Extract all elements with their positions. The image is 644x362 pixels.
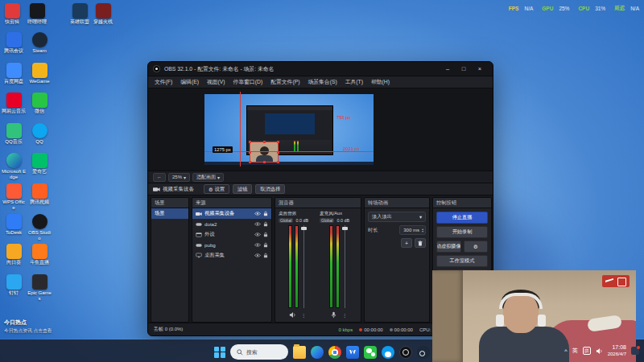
desktop-icon[interactable]: 腾讯视频 xyxy=(27,183,52,205)
menu-item-file[interactable]: 文件(F) xyxy=(151,78,176,86)
taskbar-icon-wegame[interactable] xyxy=(346,346,359,359)
virtual-camera-button[interactable]: 启动虚拟摄像机 xyxy=(436,241,461,253)
selection-handle[interactable] xyxy=(263,141,266,143)
speaker-icon[interactable] xyxy=(289,311,296,319)
source-row[interactable]: 外设 xyxy=(192,229,271,240)
deselect-button[interactable]: 取消选择 xyxy=(255,184,285,194)
desktop-icon[interactable]: WeGame xyxy=(27,63,52,84)
tray-chevron-icon[interactable]: ^ xyxy=(564,348,567,354)
visibility-eye-icon[interactable] xyxy=(254,212,261,216)
channel-menu-icon[interactable]: ⋮ xyxy=(301,312,306,318)
close-button[interactable]: × xyxy=(472,62,488,76)
lock-icon[interactable] xyxy=(263,232,268,237)
menu-item-edit[interactable]: 编辑(E) xyxy=(176,78,203,86)
language-indicator[interactable]: 英 xyxy=(572,347,578,355)
taskbar-clock[interactable]: 17:08 2026/4/7 xyxy=(608,344,626,357)
source-row[interactable]: dota2 xyxy=(192,219,271,229)
source-properties-button[interactable]: ⚙ 设置 xyxy=(204,184,229,194)
visibility-eye-icon[interactable] xyxy=(254,253,261,257)
start-button[interactable] xyxy=(214,347,225,358)
desktop-icon[interactable]: Epic Games xyxy=(27,274,52,302)
speaker-icon[interactable] xyxy=(596,348,603,355)
back-arrow-button[interactable]: ← xyxy=(153,173,166,182)
preview-nested-meter xyxy=(294,141,295,152)
notification-center-button[interactable] xyxy=(631,347,639,355)
source-row[interactable]: pubg xyxy=(192,240,271,250)
desktop-icon[interactable]: 快剪辑 xyxy=(0,3,24,25)
desktop-icon[interactable]: QQ xyxy=(27,123,52,145)
fit-canvas-select[interactable]: 适配画面 ▾ xyxy=(192,173,224,182)
desktop-icon[interactable]: 斗鱼直播 xyxy=(27,244,52,265)
desktop-icon[interactable]: 哔哩哔哩 xyxy=(25,3,49,25)
menu-item-profile[interactable]: 配置文件(P) xyxy=(266,78,303,86)
ime-mode-indicator[interactable]: 拼 xyxy=(583,347,591,355)
start-recording-button[interactable]: 开始录制 xyxy=(436,226,488,238)
menu-item-help[interactable]: 帮助(H) xyxy=(367,78,394,86)
lock-icon[interactable] xyxy=(263,242,268,248)
stop-streaming-button[interactable]: 停止直播 xyxy=(436,212,488,224)
scene-list-item[interactable]: 场景 xyxy=(151,208,188,219)
selection-handle[interactable] xyxy=(277,161,279,163)
menu-item-docks[interactable]: 停靠窗口(D) xyxy=(229,78,267,86)
desktop-icon[interactable]: 腾讯会议 xyxy=(2,32,26,54)
taskbar-search[interactable]: 搜索 xyxy=(230,344,288,360)
source-row[interactable]: 视频采集设备 xyxy=(192,208,271,219)
desktop-icon[interactable]: QQ音乐 xyxy=(2,123,26,145)
menu-item-view[interactable]: 视图(V) xyxy=(203,78,229,86)
duration-spinner[interactable]: 300 ms ▴▾ xyxy=(399,225,426,235)
remove-transition-button[interactable] xyxy=(415,238,426,248)
lock-icon[interactable] xyxy=(263,253,268,258)
news-popup[interactable]: 今日热点 今日热点资讯 点击查看 xyxy=(4,319,52,335)
visibility-eye-icon[interactable] xyxy=(254,243,261,247)
desktop-icon[interactable]: 向日葵 xyxy=(2,244,26,265)
selection-handle[interactable] xyxy=(249,141,251,143)
menu-item-tools[interactable]: 工具(T) xyxy=(341,78,367,86)
channel-menu-icon[interactable]: ⋮ xyxy=(342,312,347,318)
taskbar-icon-browser[interactable] xyxy=(328,346,341,359)
taskbar-icon-file-explorer[interactable] xyxy=(293,346,306,359)
volume-slider[interactable] xyxy=(301,225,307,308)
source-row[interactable]: 桌面采集 xyxy=(192,250,271,261)
selected-source-webcam[interactable] xyxy=(250,142,279,162)
virtual-camera-settings-button[interactable]: ⚙ xyxy=(464,241,489,253)
desktop-icon[interactable]: Steam xyxy=(27,32,52,54)
selection-handle[interactable] xyxy=(263,161,266,163)
add-transition-button[interactable]: + xyxy=(401,238,412,248)
visibility-eye-icon[interactable] xyxy=(254,222,261,226)
zoom-select[interactable]: 25% ▾ xyxy=(168,173,190,182)
transition-select[interactable]: 淡入淡出▾ xyxy=(368,212,426,222)
taskbar-icon-steam[interactable] xyxy=(417,346,430,359)
maximize-button[interactable]: □ xyxy=(456,62,472,76)
visibility-eye-icon[interactable] xyxy=(254,232,261,237)
lock-icon[interactable] xyxy=(263,211,268,216)
lock-icon[interactable] xyxy=(263,221,268,227)
desktop-icon[interactable]: 穿越火线 xyxy=(91,3,115,25)
minimize-button[interactable]: – xyxy=(440,62,456,76)
source-filters-button[interactable]: 滤镜 xyxy=(233,184,252,194)
studio-mode-button[interactable]: 工作室模式 xyxy=(436,255,488,267)
dimension-height-label: 756 px xyxy=(336,115,350,120)
mic-icon[interactable] xyxy=(330,311,337,319)
taskbar-icon-qq[interactable] xyxy=(382,346,394,359)
selection-handle[interactable] xyxy=(277,141,279,143)
desktop-icon[interactable]: 网易云音乐 xyxy=(2,93,26,114)
desktop-icon[interactable]: ToDesk xyxy=(2,214,26,236)
volume-slider[interactable] xyxy=(342,225,348,308)
desktop-icon[interactable]: OBS Studio xyxy=(27,214,52,241)
obs-title-bar[interactable]: OBS 32.1.0 - 配置文件: 未命名 - 场景: 未命名 – □ × xyxy=(148,62,493,76)
preview-canvas[interactable]: 1275 px 756 px 2021 px xyxy=(148,88,493,171)
desktop-icon[interactable]: WPS Office xyxy=(2,183,26,211)
desktop-icon[interactable]: 百度网盘 xyxy=(2,63,26,84)
selection-handle[interactable] xyxy=(249,161,251,163)
spinner-arrows-icon[interactable]: ▴▾ xyxy=(422,228,423,232)
taskbar-icon-obs[interactable] xyxy=(399,346,412,359)
taskbar-icon-edge[interactable] xyxy=(311,346,324,359)
desktop-icon[interactable]: 微信 xyxy=(27,93,52,114)
menu-item-scene-collection[interactable]: 场景集合(S) xyxy=(303,78,341,86)
desktop-icon[interactable]: 爱奇艺 xyxy=(27,153,52,175)
desktop-icon[interactable]: 钉钉 xyxy=(2,274,26,296)
performance-overlay: FPSN/A GPU25% CPU31% 延迟N/A xyxy=(509,5,639,12)
desktop-icon[interactable]: Microsoft Edge xyxy=(2,153,26,180)
taskbar-icon-wechat[interactable] xyxy=(364,346,377,359)
desktop-icon[interactable]: 英雄联盟 xyxy=(68,3,92,25)
